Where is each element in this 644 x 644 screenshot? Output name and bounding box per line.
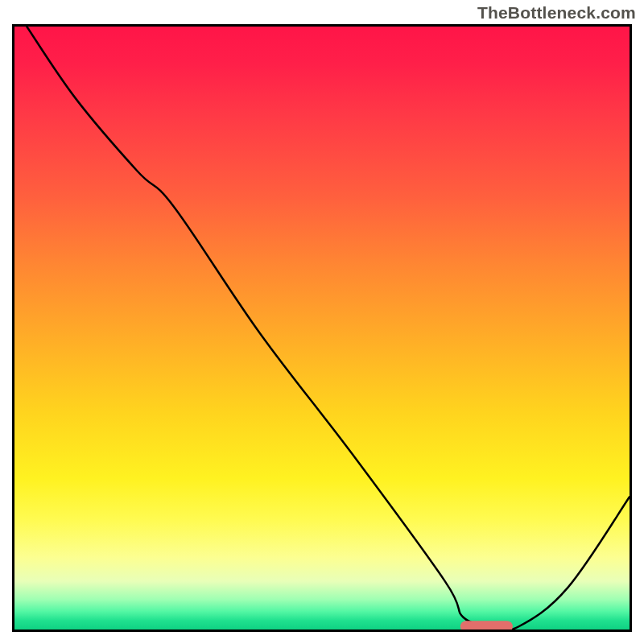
plot-area [12,24,632,632]
chart-frame: TheBottleneck.com [0,0,644,644]
optimal-range-marker [460,621,513,630]
curve-layer [14,27,630,630]
watermark-text: TheBottleneck.com [477,3,636,23]
bottleneck-curve [27,27,630,630]
